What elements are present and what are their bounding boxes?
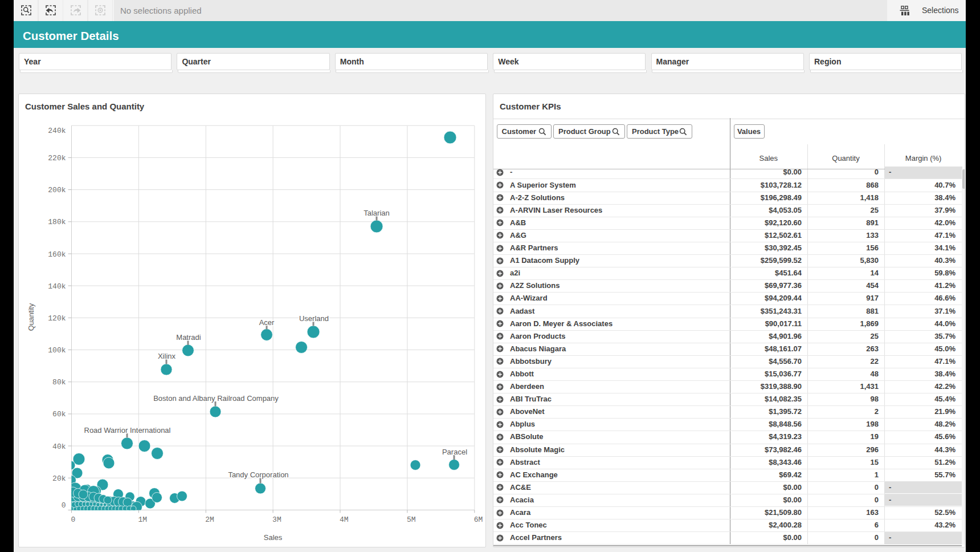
- svg-text:3M: 3M: [272, 516, 281, 524]
- svg-text:Userland: Userland: [299, 314, 329, 323]
- svg-text:Xilinx: Xilinx: [158, 352, 176, 360]
- svg-text:60k: 60k: [52, 410, 66, 419]
- svg-text:160k: 160k: [48, 250, 66, 259]
- svg-text:200k: 200k: [48, 186, 66, 194]
- svg-text:6M: 6M: [474, 516, 483, 524]
- svg-text:0: 0: [71, 516, 76, 524]
- svg-text:1M: 1M: [138, 516, 147, 524]
- svg-text:140k: 140k: [48, 282, 66, 291]
- svg-text:100k: 100k: [48, 346, 66, 355]
- svg-text:Matradi: Matradi: [176, 333, 201, 342]
- svg-text:Tandy Corporation: Tandy Corporation: [228, 470, 288, 479]
- svg-text:Quantity: Quantity: [27, 303, 35, 331]
- svg-text:Talarian: Talarian: [364, 209, 390, 217]
- svg-text:180k: 180k: [48, 218, 66, 226]
- svg-text:20k: 20k: [52, 474, 66, 483]
- svg-text:Boston and Albany Railroad Com: Boston and Albany Railroad Company: [153, 394, 279, 403]
- svg-text:4M: 4M: [340, 516, 349, 524]
- svg-text:240k: 240k: [48, 127, 66, 135]
- svg-text:Paracel: Paracel: [442, 448, 467, 456]
- svg-text:Sales: Sales: [264, 533, 283, 542]
- svg-text:40k: 40k: [52, 443, 66, 451]
- svg-text:0: 0: [62, 501, 66, 510]
- svg-text:Road Warrior International: Road Warrior International: [84, 426, 171, 435]
- svg-text:2M: 2M: [205, 516, 214, 524]
- svg-text:220k: 220k: [48, 154, 66, 163]
- svg-text:80k: 80k: [52, 378, 66, 387]
- svg-text:120k: 120k: [48, 314, 66, 323]
- svg-text:5M: 5M: [407, 516, 416, 524]
- svg-text:Acer: Acer: [259, 318, 275, 327]
